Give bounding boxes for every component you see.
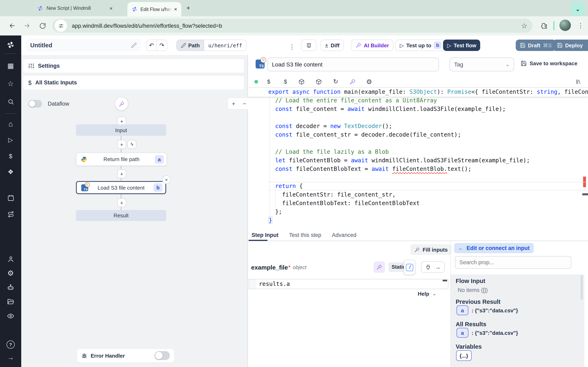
code-lines[interactable]: // Load the entire file_content as a Uin… (268, 96, 588, 225)
tab-step-input[interactable]: Step Input (251, 232, 278, 238)
forward-icon[interactable] (21, 20, 33, 31)
dataflow-toggle[interactable] (28, 100, 42, 108)
sidebar-item-audit-logs[interactable] (0, 310, 21, 322)
javascript-expr-mode-button[interactable]: f (404, 260, 415, 275)
flow-node-step-b-selected[interactable]: TS ☺ Load S3 file content b (76, 181, 166, 194)
browser-tab-active[interactable]: Edit Flow u/henri/effortless_fl × (127, 2, 181, 16)
edit-or-connect-chip[interactable]: ← Edit or connect an input (454, 243, 534, 253)
ai-flow-wand-button[interactable] (115, 97, 128, 110)
avatar[interactable] (559, 20, 571, 31)
add-step-button[interactable]: + (117, 198, 126, 207)
extensions-puzzle-icon[interactable] (538, 20, 550, 31)
diff-button[interactable]: ± Diff (320, 40, 344, 51)
browser-menu-dots-icon[interactable]: ⋮ (575, 20, 586, 31)
add-trigger-button[interactable]: ϟ (127, 140, 136, 149)
sidebar-item-apps[interactable]: ▦ (0, 59, 21, 72)
package-icon[interactable] (314, 77, 323, 86)
docs-book-button[interactable] (301, 40, 316, 51)
close-icon[interactable]: × (108, 5, 114, 11)
omnibox[interactable]: app.windmill.dev/flows/edit/u/henri/effo… (52, 19, 532, 33)
ai-wand-icon[interactable] (348, 77, 357, 86)
zoom-in-icon[interactable]: + (228, 98, 239, 109)
save-icon (557, 42, 563, 48)
sidebar-item-settings[interactable]: ⚙ (0, 267, 21, 279)
undo-button[interactable]: ↶ (146, 40, 157, 51)
sidebar-item-user[interactable] (0, 253, 21, 265)
add-step-button[interactable]: + (117, 140, 126, 149)
variables-dollar-icon[interactable]: $ (281, 77, 290, 86)
sidebar-item-search[interactable] (0, 95, 21, 108)
url-text: app.windmill.dev/flows/edit/u/henri/effo… (72, 23, 519, 29)
tag-select[interactable]: Tag ⌄ (450, 58, 514, 71)
result-key-badge[interactable]: a (457, 305, 468, 315)
ai-fill-wand-button[interactable] (374, 261, 385, 273)
error-handler-toggle[interactable] (154, 351, 170, 360)
expr-input[interactable]: results.a (249, 279, 448, 289)
node-badge: b (154, 183, 163, 192)
add-step-button[interactable]: + (117, 169, 126, 178)
test-flow-button[interactable]: ▷ Test flow (443, 40, 480, 51)
close-icon[interactable]: × (172, 6, 179, 12)
library-icon[interactable] (574, 77, 583, 86)
sidebar-item-runs[interactable]: ▷ (0, 134, 21, 146)
result-key-badge[interactable]: a (457, 328, 468, 338)
sidebar-expand-arrow[interactable]: → (0, 351, 21, 364)
windmill-logo[interactable] (0, 39, 21, 51)
variables-badge[interactable]: {...} (456, 350, 472, 361)
sidebar-item-schedules[interactable] (0, 192, 21, 204)
previous-result-row[interactable]: a : {"s3":"data.csv"} (457, 305, 518, 315)
bookmark-star-icon[interactable]: ☆ (519, 20, 530, 31)
sidebar-item-workers[interactable] (0, 281, 21, 294)
node-label: Load S3 file content (98, 184, 145, 191)
browser-tab-inactive[interactable]: New Script | Windmill × (33, 2, 127, 15)
tab-search-chevron-icon[interactable]: ⌄ (571, 2, 585, 16)
connect-input-group[interactable]: → (421, 261, 445, 273)
flow-node-step-a[interactable]: Return file path a (76, 152, 167, 166)
sidebar-item-variables[interactable]: $ (0, 150, 21, 162)
all-results-row[interactable]: a : {"s3":"data.csv"} (457, 328, 518, 338)
test-up-to-button[interactable]: ▷ Test up to b (395, 40, 446, 51)
editor-settings-gear-icon[interactable]: ⚙ (365, 77, 374, 86)
sidebar-item-routes[interactable] (0, 208, 21, 220)
sidebar-item-favorites[interactable]: ☆ (0, 77, 21, 90)
panel-scrollbar[interactable] (581, 275, 583, 300)
all-static-inputs-row[interactable]: $ All Static Inputs (23, 76, 244, 89)
path-control[interactable]: Path u/henri/eff (176, 40, 247, 51)
reload-icon[interactable] (37, 20, 48, 31)
fill-inputs-button[interactable]: Fill inputs (410, 244, 452, 255)
sidebar-item-folders[interactable] (0, 296, 21, 308)
search-prop-input[interactable] (455, 256, 571, 269)
flow-name-field[interactable]: Untitled (26, 39, 141, 52)
flow-node-result[interactable]: Result (76, 210, 166, 221)
error-handler-row[interactable]: Error Handler (77, 349, 174, 362)
undo-icon: ↶ (149, 42, 154, 49)
ai-builder-button[interactable]: AI Builder (351, 40, 393, 51)
expr-value: results.a (259, 281, 290, 287)
site-info-icon[interactable] (55, 20, 67, 32)
sidebar-item-help[interactable]: ? (0, 338, 21, 351)
pencil-icon (131, 42, 137, 48)
remove-step-button[interactable]: × (162, 175, 171, 184)
path-button[interactable]: Path (176, 40, 204, 51)
flow-node-input[interactable]: Input (76, 124, 166, 136)
draft-button[interactable]: Draft ⌘S (516, 40, 556, 51)
save-to-workspace-button[interactable]: Save to workspace (521, 60, 577, 67)
new-tab-icon[interactable]: + (185, 4, 192, 12)
step-editor-panel: TS ☺ Tag ⌄ Save to workspace $ $ ↻ ⚙ (248, 55, 588, 367)
profile-separator (553, 21, 554, 30)
sidebar-item-home[interactable]: ⌂ (0, 118, 21, 130)
tab-title: New Script | Windmill (47, 6, 108, 11)
back-icon[interactable] (7, 20, 18, 31)
help-dropdown[interactable]: Help ⌄ (418, 291, 436, 297)
tab-test-this-step[interactable]: Test this step (289, 232, 321, 238)
step-name-input[interactable] (268, 58, 439, 71)
deploy-button[interactable]: Deploy (553, 40, 588, 51)
redo-button[interactable]: ↷ (157, 40, 167, 51)
package-icon[interactable] (297, 77, 306, 86)
tab-advanced[interactable]: Advanced (332, 232, 356, 238)
sidebar-item-resources[interactable]: ❖ (0, 166, 21, 178)
more-options-dots-icon[interactable]: ⋮ (288, 41, 296, 53)
flow-settings-row[interactable]: Settings (23, 59, 244, 73)
assets-dollar-icon[interactable]: $ (264, 77, 273, 86)
refresh-icon[interactable]: ↻ (331, 77, 340, 86)
